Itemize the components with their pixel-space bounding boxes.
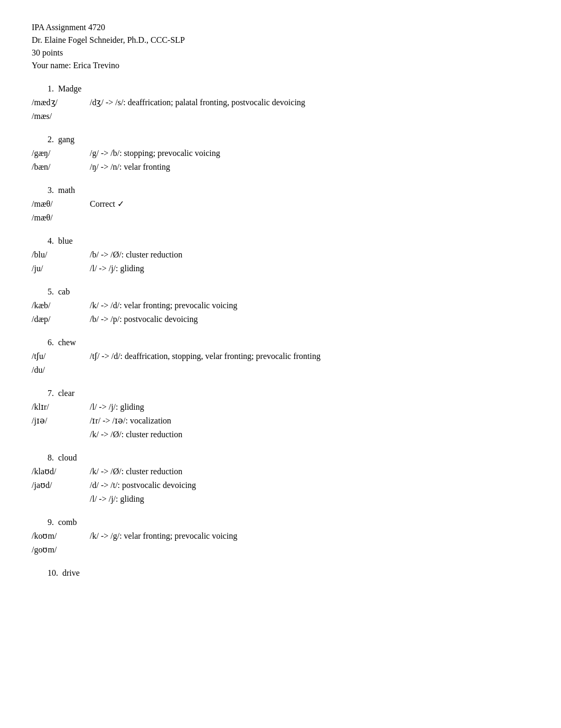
- entry-7: 7.clear/klɪr//l/ -> /j/: gliding/jɪə//ɪr…: [32, 387, 529, 441]
- ipa-row-5-1: /kæb//k/ -> /d/: velar fronting; prevoca…: [32, 299, 529, 312]
- ipa-description-8-3: /l/ -> /j/: gliding: [90, 493, 529, 505]
- ipa-target-9: /koʊm/: [32, 530, 90, 542]
- ipa-row-1-2: /mæs/: [32, 110, 529, 123]
- entry-number-3: 3.: [48, 186, 54, 195]
- ipa-description-8-1: /k/ -> /Ø/: cluster reduction: [90, 465, 529, 478]
- ipa-spacer-7-3: [32, 428, 90, 441]
- ipa-row-8-1: /klaʊd//k/ -> /Ø/: cluster reduction: [32, 465, 529, 478]
- ipa-row-9-2: /goʊm/: [32, 543, 529, 556]
- entry-4: 4.blue/blu//b/ -> /Ø/: cluster reduction…: [32, 235, 529, 275]
- entry-title-4: 4.blue: [48, 235, 529, 247]
- header-line1: IPA Assignment 4720: [32, 21, 529, 34]
- entry-number-5: 5.: [48, 287, 54, 296]
- ipa-description-5-1: /k/ -> /d/: velar fronting; prevocalic v…: [90, 299, 529, 312]
- ipa-spacer-8-3: [32, 493, 90, 505]
- ipa-produced-3: /mæθ/: [32, 211, 90, 224]
- entry-title-2: 2.gang: [48, 133, 529, 146]
- ipa-row-2-1: /gæŋ//g/ -> /b/: stopping; prevocalic vo…: [32, 147, 529, 160]
- entry-word-4: blue: [58, 236, 73, 245]
- entry-9: 9.comb/koʊm//k/ -> /g/: velar fronting; …: [32, 516, 529, 556]
- entry-title-8: 8.cloud: [48, 451, 529, 464]
- ipa-row-1-1: /mædʒ//dʒ/ -> /s/: deaffrication; palata…: [32, 96, 529, 109]
- ipa-description-1-1: /dʒ/ -> /s/: deaffrication; palatal fron…: [90, 96, 529, 109]
- entry-number-7: 7.: [48, 389, 54, 398]
- ipa-produced-8: /jaʊd/: [32, 479, 90, 492]
- entry-number-4: 4.: [48, 236, 54, 245]
- entry-1: 1.Madge/mædʒ//dʒ/ -> /s/: deaffrication;…: [32, 82, 529, 123]
- entry-number-8: 8.: [48, 453, 54, 462]
- ipa-row-3-1: /mæθ/Correct ✓: [32, 198, 529, 210]
- ipa-row-5-2: /dæp//b/ -> /p/: postvocalic devoicing: [32, 313, 529, 326]
- ipa-produced-6: /du/: [32, 364, 90, 376]
- entry-word-2: gang: [58, 135, 74, 144]
- ipa-target-3: /mæθ/: [32, 198, 90, 210]
- ipa-target-4: /blu/: [32, 248, 90, 261]
- entry-word-5: cab: [58, 287, 70, 296]
- ipa-row-9-1: /koʊm//k/ -> /g/: velar fronting; prevoc…: [32, 530, 529, 542]
- ipa-description-7-2: /ɪr/ -> /ɪə/: vocalization: [90, 414, 529, 427]
- ipa-description-5-2: /b/ -> /p/: postvocalic devoicing: [90, 313, 529, 326]
- ipa-description-7-3: /k/ -> /Ø/: cluster reduction: [90, 428, 529, 441]
- ipa-row-2-2: /bæn//ŋ/ -> /n/: velar fronting: [32, 161, 529, 173]
- ipa-description-2-1: /g/ -> /b/: stopping; prevocalic voicing: [90, 147, 529, 160]
- ipa-produced-1: /mæs/: [32, 110, 90, 123]
- ipa-description-9-1: /k/ -> /g/: velar fronting; prevocalic v…: [90, 530, 529, 542]
- entry-number-6: 6.: [48, 338, 54, 347]
- ipa-row-8-2: /jaʊd//d/ -> /t/: postvocalic devoicing: [32, 479, 529, 492]
- entry-word-7: clear: [58, 389, 74, 398]
- ipa-target-7: /klɪr/: [32, 401, 90, 413]
- ipa-description-3-1: Correct ✓: [90, 198, 529, 210]
- entry-3: 3.math/mæθ/Correct ✓/mæθ/: [32, 184, 529, 224]
- ipa-target-1: /mædʒ/: [32, 96, 90, 109]
- ipa-produced-9: /goʊm/: [32, 543, 90, 556]
- entry-title-3: 3.math: [48, 184, 529, 197]
- ipa-row-7-2: /jɪə//ɪr/ -> /ɪə/: vocalization: [32, 414, 529, 427]
- ipa-row-6-1: /tʃu//tʃ/ -> /d/: deaffrication, stoppin…: [32, 350, 529, 363]
- ipa-target-5: /kæb/: [32, 299, 90, 312]
- ipa-row-4-1: /blu//b/ -> /Ø/: cluster reduction: [32, 248, 529, 261]
- entry-number-10: 10.: [48, 568, 58, 577]
- entry-word-9: comb: [58, 518, 77, 527]
- entry-number-2: 2.: [48, 135, 54, 144]
- entry-word-3: math: [58, 186, 75, 195]
- ipa-produced-2: /bæn/: [32, 161, 90, 173]
- entry-10: 10.drive: [32, 567, 529, 579]
- header-line3: 30 points: [32, 47, 529, 59]
- entry-title-5: 5.cab: [48, 285, 529, 298]
- entry-title-7: 7.clear: [48, 387, 529, 400]
- entry-title-1: 1.Madge: [48, 82, 529, 95]
- ipa-row-3-2: /mæθ/: [32, 211, 529, 224]
- entry-5: 5.cab/kæb//k/ -> /d/: velar fronting; pr…: [32, 285, 529, 326]
- ipa-produced-7: /jɪə/: [32, 414, 90, 427]
- ipa-description-6-1: /tʃ/ -> /d/: deaffrication, stopping, ve…: [90, 350, 529, 363]
- entry-word-10: drive: [62, 568, 80, 577]
- entry-number-9: 9.: [48, 518, 54, 527]
- header-line2: Dr. Elaine Fogel Schneider, Ph.D., CCC-S…: [32, 34, 529, 47]
- header-block: IPA Assignment 4720 Dr. Elaine Fogel Sch…: [32, 21, 529, 72]
- ipa-row-4-2: /ju//l/ -> /j/: gliding: [32, 262, 529, 275]
- ipa-description-2-2: /ŋ/ -> /n/: velar fronting: [90, 161, 529, 173]
- ipa-description-4-2: /l/ -> /j/: gliding: [90, 262, 529, 275]
- ipa-row-7-3: /k/ -> /Ø/: cluster reduction: [32, 428, 529, 441]
- ipa-description-8-2: /d/ -> /t/: postvocalic devoicing: [90, 479, 529, 492]
- header-line4: Your name: Erica Trevino: [32, 59, 529, 72]
- entry-8: 8.cloud/klaʊd//k/ -> /Ø/: cluster reduct…: [32, 451, 529, 505]
- ipa-target-8: /klaʊd/: [32, 465, 90, 478]
- ipa-target-2: /gæŋ/: [32, 147, 90, 160]
- entry-title-9: 9.comb: [48, 516, 529, 529]
- entry-title-10: 10.drive: [48, 567, 529, 579]
- entry-6: 6.chew/tʃu//tʃ/ -> /d/: deaffrication, s…: [32, 336, 529, 376]
- entry-number-1: 1.: [48, 84, 54, 93]
- ipa-row-8-3: /l/ -> /j/: gliding: [32, 493, 529, 505]
- ipa-target-6: /tʃu/: [32, 350, 90, 363]
- entry-word-1: Madge: [58, 84, 81, 93]
- entry-2: 2.gang/gæŋ//g/ -> /b/: stopping; prevoca…: [32, 133, 529, 173]
- ipa-produced-5: /dæp/: [32, 313, 90, 326]
- ipa-description-7-1: /l/ -> /j/: gliding: [90, 401, 529, 413]
- entries-container: 1.Madge/mædʒ//dʒ/ -> /s/: deaffrication;…: [32, 82, 529, 579]
- ipa-produced-4: /ju/: [32, 262, 90, 275]
- ipa-row-7-1: /klɪr//l/ -> /j/: gliding: [32, 401, 529, 413]
- ipa-row-6-2: /du/: [32, 364, 529, 376]
- ipa-description-4-1: /b/ -> /Ø/: cluster reduction: [90, 248, 529, 261]
- entry-word-6: chew: [58, 338, 76, 347]
